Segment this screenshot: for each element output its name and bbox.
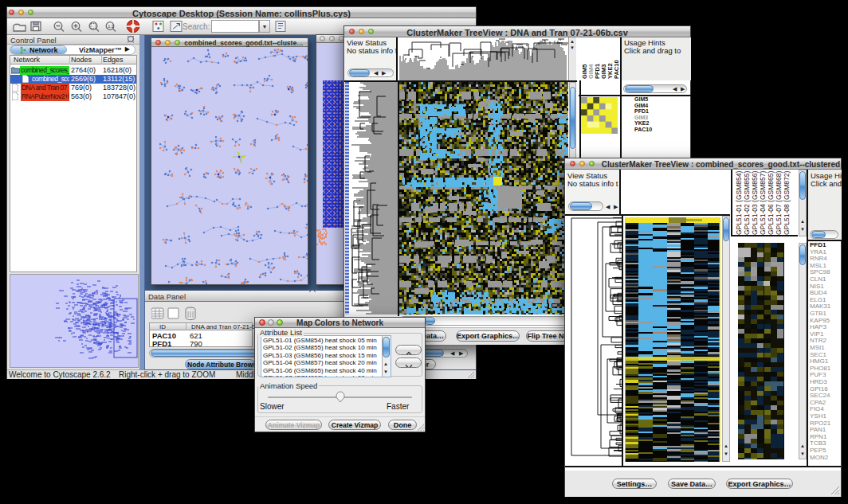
- svg-text:1:1: 1:1: [108, 24, 114, 29]
